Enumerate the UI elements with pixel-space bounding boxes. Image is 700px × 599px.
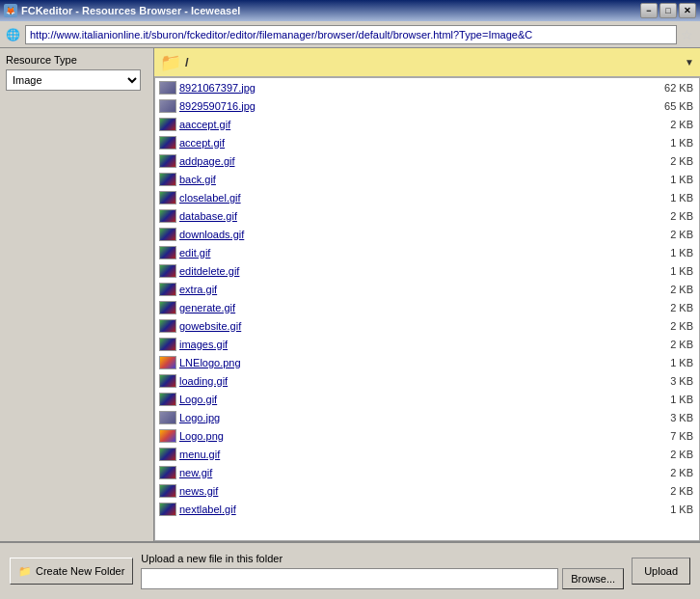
file-size: 3 KB: [670, 412, 693, 423]
list-item[interactable]: accept.gif 1 KB: [155, 133, 699, 151]
file-link[interactable]: images.gif: [179, 339, 228, 350]
file-link[interactable]: LNElogo.png: [179, 357, 241, 368]
file-thumbnail: [159, 173, 176, 186]
file-link[interactable]: Logo.gif: [179, 394, 217, 405]
list-item[interactable]: addpage.gif 2 KB: [155, 151, 699, 170]
list-item[interactable]: closelabel.gif 1 KB: [155, 188, 699, 206]
list-item[interactable]: new.gif 2 KB: [155, 463, 699, 481]
list-item[interactable]: generate.gif 2 KB: [155, 298, 699, 316]
file-thumbnail: [159, 466, 176, 479]
list-item[interactable]: 8921067397.jpg 62 KB: [155, 78, 699, 96]
folder-dropdown-btn[interactable]: ▼: [685, 57, 694, 68]
file-size: 1 KB: [670, 357, 693, 368]
list-item[interactable]: loading.gif 3 KB: [155, 371, 699, 390]
list-item[interactable]: Logo.jpg 3 KB: [155, 408, 699, 426]
file-thumbnail: [159, 411, 176, 424]
file-size: 2 KB: [670, 320, 693, 332]
file-thumbnail: [159, 264, 176, 278]
bookmark-icon[interactable]: ☆: [681, 27, 696, 42]
file-thumbnail: [159, 99, 176, 113]
main-area: Resource Type Image 📁 / ▼ 8921067397.jpg…: [0, 48, 700, 541]
file-thumbnail: [159, 393, 176, 406]
file-size: 1 KB: [670, 394, 693, 405]
list-item[interactable]: edit.gif 1 KB: [155, 243, 699, 261]
file-link[interactable]: nextlabel.gif: [179, 504, 236, 515]
file-link[interactable]: accept.gif: [179, 137, 225, 149]
upload-row: Browse...: [141, 568, 624, 589]
file-link[interactable]: database.gif: [179, 210, 237, 222]
file-item-left: addpage.gif: [159, 154, 235, 168]
upload-label: Upload a new file in this folder: [141, 553, 624, 564]
file-link[interactable]: loading.gif: [179, 375, 228, 387]
file-thumbnail: [159, 484, 176, 498]
file-thumbnail: [159, 118, 176, 131]
file-thumbnail: [159, 136, 176, 150]
list-item[interactable]: editdelete.gif 1 KB: [155, 261, 699, 280]
file-link[interactable]: addpage.gif: [179, 155, 235, 167]
list-item[interactable]: images.gif 2 KB: [155, 335, 699, 353]
file-list[interactable]: 8921067397.jpg 62 KB 8929590716.jpg 65 K…: [154, 77, 700, 541]
list-item[interactable]: Logo.png 7 KB: [155, 426, 699, 445]
file-item-left: extra.gif: [159, 283, 217, 296]
addressbar: 🌐 ☆: [0, 21, 700, 48]
file-link[interactable]: edit.gif: [179, 247, 210, 259]
titlebar-left: 🦊 FCKeditor - Resources Browser - Icewea…: [4, 4, 240, 17]
file-item-left: Logo.gif: [159, 393, 217, 406]
file-link[interactable]: aaccept.gif: [179, 119, 230, 130]
file-thumbnail: [159, 319, 176, 333]
resource-type-label: Resource Type: [6, 54, 148, 66]
list-item[interactable]: database.gif 2 KB: [155, 206, 699, 225]
right-panel: 📁 / ▼ 8921067397.jpg 62 KB 8929590716.jp…: [154, 48, 700, 541]
list-item[interactable]: back.gif 1 KB: [155, 170, 699, 188]
upload-file-input[interactable]: [141, 568, 558, 589]
file-link[interactable]: news.gif: [179, 485, 218, 497]
file-link[interactable]: 8921067397.jpg: [179, 82, 256, 94]
folder-bar-left: 📁 /: [160, 52, 189, 73]
list-item[interactable]: extra.gif 2 KB: [155, 280, 699, 298]
file-link[interactable]: extra.gif: [179, 284, 217, 295]
file-link[interactable]: back.gif: [179, 174, 216, 185]
file-link[interactable]: menu.gif: [179, 449, 220, 460]
file-size: 1 KB: [670, 137, 693, 149]
file-link[interactable]: editdelete.gif: [179, 265, 239, 277]
url-input[interactable]: [25, 25, 677, 44]
file-item-left: menu.gif: [159, 448, 220, 461]
resource-type-select[interactable]: Image: [6, 69, 141, 91]
folder-new-icon: 📁: [18, 565, 32, 578]
file-link[interactable]: Logo.jpg: [179, 412, 220, 423]
file-link[interactable]: gowebsite.gif: [179, 320, 241, 332]
file-link[interactable]: generate.gif: [179, 302, 235, 313]
list-item[interactable]: aaccept.gif 2 KB: [155, 115, 699, 133]
maximize-button[interactable]: □: [660, 3, 677, 18]
file-item-left: Logo.png: [159, 429, 224, 443]
file-thumbnail: [159, 154, 176, 168]
list-item[interactable]: news.gif 2 KB: [155, 481, 699, 500]
upload-button[interactable]: Upload: [632, 558, 690, 585]
list-item[interactable]: gowebsite.gif 2 KB: [155, 316, 699, 335]
file-thumbnail: [159, 338, 176, 351]
file-link[interactable]: closelabel.gif: [179, 192, 241, 204]
file-link[interactable]: downloads.gif: [179, 229, 244, 240]
list-item[interactable]: LNElogo.png 1 KB: [155, 353, 699, 371]
minimize-button[interactable]: −: [640, 3, 658, 18]
file-size: 2 KB: [670, 339, 693, 350]
list-item[interactable]: Logo.gif 1 KB: [155, 390, 699, 408]
file-item-left: editdelete.gif: [159, 264, 239, 278]
list-item[interactable]: downloads.gif 2 KB: [155, 225, 699, 243]
list-item[interactable]: nextlabel.gif 1 KB: [155, 500, 699, 518]
browse-button[interactable]: Browse...: [562, 568, 624, 589]
file-item-left: news.gif: [159, 484, 218, 498]
list-item[interactable]: menu.gif 2 KB: [155, 445, 699, 463]
file-thumbnail: [159, 301, 176, 314]
close-button[interactable]: ✕: [679, 3, 696, 18]
file-link[interactable]: Logo.png: [179, 430, 224, 442]
create-folder-button[interactable]: 📁 Create New Folder: [10, 558, 133, 585]
file-link[interactable]: 8929590716.jpg: [179, 100, 256, 112]
file-thumbnail: [159, 429, 176, 443]
file-link[interactable]: new.gif: [179, 467, 212, 478]
file-item-left: Logo.jpg: [159, 411, 220, 424]
left-panel: Resource Type Image: [0, 48, 154, 541]
list-item[interactable]: 8929590716.jpg 65 KB: [155, 96, 699, 115]
file-size: 2 KB: [670, 119, 693, 130]
file-size: 7 KB: [670, 430, 693, 442]
